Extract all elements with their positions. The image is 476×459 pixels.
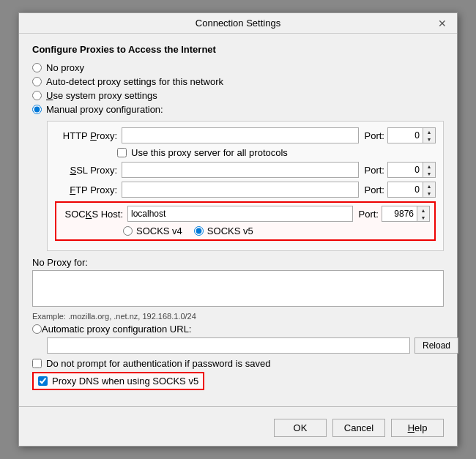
http-port-label: Port:: [365, 130, 384, 141]
socks-host-row: SOCKS Host: Port: ▲ ▼: [61, 206, 430, 222]
no-auth-checkbox[interactable]: [32, 359, 42, 368]
ftp-proxy-input[interactable]: [122, 182, 359, 198]
socks-host-label: SOCKS Host:: [61, 209, 123, 220]
example-text: Example: .mozilla.org, .net.nz, 192.168.…: [32, 312, 444, 321]
proxy-dns-checkbox[interactable]: [38, 376, 48, 386]
socks-port-label: Port:: [359, 209, 379, 220]
http-port-input[interactable]: [387, 127, 423, 143]
auto-proxy-url-input[interactable]: [47, 337, 410, 354]
ftp-port-input[interactable]: [387, 182, 423, 198]
proxy-dns-label[interactable]: Proxy DNS when using SOCKS v5: [52, 376, 198, 387]
http-proxy-label: HTTP Proxy:: [55, 130, 117, 141]
socks-v4-label[interactable]: SOCKS v4: [136, 225, 182, 236]
auto-proxy-input-wrap: Reload: [47, 337, 458, 354]
ssl-port-input[interactable]: [387, 162, 423, 178]
divider: [19, 406, 457, 407]
socks-v5-label[interactable]: SOCKS v5: [207, 225, 253, 236]
system-proxy-radio[interactable]: [32, 91, 42, 100]
ssl-proxy-input[interactable]: [122, 162, 359, 178]
ftp-port-wrap: ▲ ▼: [387, 182, 436, 198]
manual-proxy-option: Manual proxy configuration:: [32, 104, 444, 115]
button-bar: OK Cancel Help: [19, 413, 457, 446]
ssl-proxy-label: SSL Proxy:: [55, 165, 117, 176]
socks-port-wrap: ▲ ▼: [382, 206, 430, 222]
socks-port-spinner: ▲ ▼: [417, 206, 430, 222]
socks-port-input[interactable]: [382, 206, 417, 222]
auto-detect-label[interactable]: Auto-detect proxy settings for this netw…: [46, 76, 223, 87]
http-proxy-row: HTTP Proxy: Port: ▲ ▼: [55, 127, 436, 143]
ftp-port-label: Port:: [365, 184, 384, 195]
close-button[interactable]: ✕: [434, 17, 451, 30]
section-title: Configure Proxies to Access the Internet: [32, 44, 444, 55]
use-for-all-row: Use this proxy server for all protocols: [117, 147, 436, 158]
http-port-wrap: ▲ ▼: [387, 127, 436, 143]
proxy-dns-row: Proxy DNS when using SOCKS v5: [32, 372, 204, 390]
auto-detect-option: Auto-detect proxy settings for this netw…: [32, 76, 444, 87]
socks-host-input[interactable]: [127, 206, 353, 222]
http-proxy-input[interactable]: [122, 127, 359, 143]
socks-box: SOCKS Host: Port: ▲ ▼ SOCKS v4: [55, 201, 436, 241]
auto-detect-radio[interactable]: [32, 77, 42, 86]
ssl-proxy-row: SSL Proxy: Port: ▲ ▼: [55, 162, 436, 178]
http-port-down[interactable]: ▼: [423, 135, 435, 143]
manual-proxy-label[interactable]: Manual proxy configuration:: [46, 104, 163, 115]
ftp-port-down[interactable]: ▼: [423, 190, 435, 197]
no-proxy-for-label: No Proxy for:: [32, 257, 444, 268]
ssl-port-label: Port:: [365, 165, 384, 176]
ssl-port-spinner: ▲ ▼: [423, 162, 436, 178]
socks-v5-radio[interactable]: [194, 226, 204, 236]
manual-proxy-fields: HTTP Proxy: Port: ▲ ▼ Use this proxy ser…: [47, 121, 444, 251]
no-proxy-radio[interactable]: [32, 63, 42, 72]
no-proxy-input[interactable]: [32, 270, 444, 307]
ssl-port-up[interactable]: ▲: [423, 163, 435, 170]
ftp-proxy-row: FTP Proxy: Port: ▲ ▼: [55, 182, 436, 198]
auto-proxy-label[interactable]: Automatic proxy configuration URL:: [42, 324, 191, 335]
no-auth-row: Do not prompt for authentication if pass…: [32, 358, 444, 369]
system-proxy-option: Use system proxy settings: [32, 90, 444, 101]
socks-port-down[interactable]: ▼: [417, 214, 429, 221]
use-for-all-label[interactable]: Use this proxy server for all protocols: [131, 147, 288, 158]
manual-proxy-radio[interactable]: [32, 105, 42, 114]
auto-proxy-row: Automatic proxy configuration URL:: [32, 324, 444, 335]
ftp-port-spinner: ▲ ▼: [423, 182, 436, 198]
reload-button[interactable]: Reload: [414, 337, 458, 354]
http-port-up[interactable]: ▲: [423, 128, 435, 135]
dialog-content: Configure Proxies to Access the Internet…: [19, 34, 457, 399]
help-button[interactable]: Help: [391, 419, 444, 437]
ftp-port-up[interactable]: ▲: [423, 182, 435, 190]
system-proxy-label: Use system proxy settings: [46, 90, 157, 101]
socks-version-row: SOCKS v4 SOCKS v5: [123, 225, 430, 236]
socks-v4-radio[interactable]: [123, 226, 133, 236]
ssl-port-wrap: ▲ ▼: [387, 162, 436, 178]
no-proxy-label[interactable]: No proxy: [46, 62, 84, 73]
connection-settings-dialog: Connection Settings ✕ Configure Proxies …: [18, 12, 458, 447]
use-for-all-checkbox[interactable]: [117, 148, 127, 157]
ftp-proxy-label: FTP Proxy:: [55, 184, 117, 195]
no-auth-label[interactable]: Do not prompt for authentication if pass…: [46, 358, 270, 369]
dialog-title: Connection Settings: [196, 18, 280, 29]
ssl-port-down[interactable]: ▼: [423, 170, 435, 177]
no-proxy-option: No proxy: [32, 62, 444, 73]
auto-proxy-radio[interactable]: [32, 324, 42, 334]
http-port-spinner: ▲ ▼: [423, 127, 436, 143]
cancel-button[interactable]: Cancel: [332, 419, 385, 437]
socks-port-up[interactable]: ▲: [417, 206, 429, 214]
ok-button[interactable]: OK: [274, 419, 327, 437]
no-proxy-section: No Proxy for:: [32, 257, 444, 309]
titlebar: Connection Settings ✕: [19, 13, 457, 34]
